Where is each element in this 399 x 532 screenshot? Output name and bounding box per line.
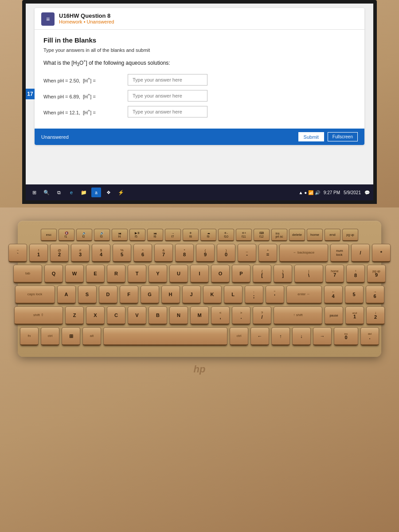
key-f9[interactable]: ☁f9 (200, 229, 216, 241)
key-num7[interactable]: home7 (325, 265, 344, 283)
answer-input-3[interactable] (128, 106, 207, 117)
key-3[interactable]: #3 (71, 244, 90, 262)
key-0[interactable]: )0 (217, 244, 235, 262)
key-8[interactable]: *8 (175, 244, 194, 262)
key-numlock[interactable]: numlock (330, 244, 349, 262)
key-q[interactable]: Q (44, 265, 63, 283)
edge-icon[interactable]: e (66, 188, 76, 197)
key-backtick[interactable]: ~` (8, 244, 27, 262)
key-y[interactable]: Y (149, 265, 167, 283)
key-o[interactable]: O (211, 265, 230, 283)
key-k[interactable]: K (203, 286, 222, 304)
app-icon-1[interactable]: a (91, 188, 101, 197)
key-quote[interactable]: "' (266, 286, 284, 304)
key-arrow-down[interactable]: ↓ (292, 327, 311, 346)
key-g[interactable]: G (141, 286, 159, 304)
key-semicolon[interactable]: :; (245, 286, 263, 304)
key-p[interactable]: P (232, 265, 250, 283)
key-comma[interactable]: <, (211, 306, 230, 325)
key-numperiod[interactable]: del. (360, 327, 379, 346)
key-c[interactable]: C (107, 306, 125, 325)
fullscreen-button[interactable]: Fullscreen (328, 132, 358, 141)
key-6[interactable]: ^6 (133, 244, 152, 262)
key-1[interactable]: !1 (29, 244, 48, 262)
key-4[interactable]: $4 (92, 244, 110, 262)
key-end[interactable]: end (325, 229, 340, 241)
submit-button[interactable]: Submit (298, 132, 324, 141)
key-delete[interactable]: delete (289, 229, 305, 241)
key-lshift[interactable]: shift ⇧ (14, 306, 63, 325)
key-numslash[interactable]: / (351, 244, 370, 262)
key-a[interactable]: A (57, 286, 76, 304)
key-num6[interactable]: →6 (366, 286, 384, 304)
key-num0[interactable]: ins0 (334, 327, 358, 346)
key-f3[interactable]: 🔊f3 (94, 229, 110, 241)
key-x[interactable]: X (86, 306, 105, 325)
key-f4[interactable]: ⏮f4 (112, 229, 128, 241)
key-ctrl-right[interactable]: ctrl (230, 327, 248, 346)
key-j[interactable]: J (182, 286, 201, 304)
key-rshift[interactable]: ↑ shift (274, 306, 322, 325)
key-arrow-right[interactable]: → (313, 327, 332, 346)
key-win[interactable]: ⊞ (62, 327, 80, 346)
key-space[interactable] (103, 327, 227, 346)
key-5[interactable]: %5 (113, 244, 131, 262)
key-f8[interactable]: ✈f8 (183, 229, 199, 241)
key-backspace[interactable]: ← backspace (279, 244, 328, 262)
key-num4[interactable]: ←4 (324, 286, 343, 304)
key-numstar[interactable]: * (372, 244, 391, 262)
key-u[interactable]: U (169, 265, 188, 283)
key-m[interactable]: M (190, 306, 209, 325)
app-icon-3[interactable]: ⚡ (116, 188, 126, 197)
key-d[interactable]: D (99, 286, 117, 304)
key-z[interactable]: Z (65, 306, 84, 325)
key-prtsc[interactable]: insprt sc (271, 229, 287, 241)
key-f6[interactable]: ⏭f6 (147, 229, 163, 241)
key-rbracket[interactable]: }] (274, 265, 292, 283)
key-f5[interactable]: ▶⏸f5 (129, 229, 145, 241)
key-tab[interactable]: tab (13, 265, 42, 283)
key-num1[interactable]: end1 (345, 306, 364, 325)
taskview-icon[interactable]: ⧉ (54, 188, 64, 197)
key-minus[interactable]: _- (238, 244, 256, 262)
key-home[interactable]: home (307, 229, 323, 241)
key-num2[interactable]: ↓2 (366, 306, 385, 325)
key-e[interactable]: E (86, 265, 105, 283)
key-num8[interactable]: ↑8 (346, 265, 365, 283)
key-b[interactable]: B (149, 306, 167, 325)
app-icon-2[interactable]: ❖ (104, 188, 113, 197)
key-f2[interactable]: 🔉f2 (76, 229, 92, 241)
key-9[interactable]: (9 (196, 244, 215, 262)
folder-icon[interactable]: 📁 (79, 188, 89, 197)
key-equals[interactable]: += (258, 244, 277, 262)
key-f10[interactable]: ☀-f10 (218, 229, 234, 241)
key-r[interactable]: R (107, 265, 125, 283)
key-i[interactable]: I (190, 265, 209, 283)
key-num9[interactable]: pg up9 (367, 265, 386, 283)
key-period[interactable]: >. (232, 306, 250, 325)
search-icon[interactable]: 🔍 (42, 188, 51, 197)
key-num5[interactable]: 5 (345, 286, 364, 304)
windows-icon[interactable]: ⊞ (29, 188, 39, 197)
key-t[interactable]: T (128, 265, 146, 283)
key-backslash[interactable]: |\ (294, 265, 323, 283)
key-enter[interactable]: enter ← (286, 286, 322, 304)
key-l[interactable]: L (224, 286, 243, 304)
key-alt-left[interactable]: alt (82, 327, 101, 346)
key-esc[interactable]: esc (41, 229, 57, 241)
key-f[interactable]: F (120, 286, 138, 304)
key-slash[interactable]: ?/ (253, 306, 271, 325)
key-f7[interactable]: →f7 (165, 229, 181, 241)
key-lbracket[interactable]: {[ (253, 265, 271, 283)
key-arrow-left[interactable]: ← (250, 327, 269, 346)
key-pgup[interactable]: pg up (342, 229, 358, 241)
key-pause[interactable]: pause (325, 306, 343, 325)
key-f11[interactable]: ☀+f11 (236, 229, 252, 241)
key-v[interactable]: V (128, 306, 146, 325)
key-2[interactable]: @2 (50, 244, 69, 262)
key-fn[interactable]: fn (20, 327, 39, 346)
key-capslock[interactable]: caps lock (15, 286, 55, 304)
key-7[interactable]: &7 (154, 244, 173, 262)
key-ctrl-left[interactable]: ctrl (41, 327, 59, 346)
key-n[interactable]: N (169, 306, 188, 325)
